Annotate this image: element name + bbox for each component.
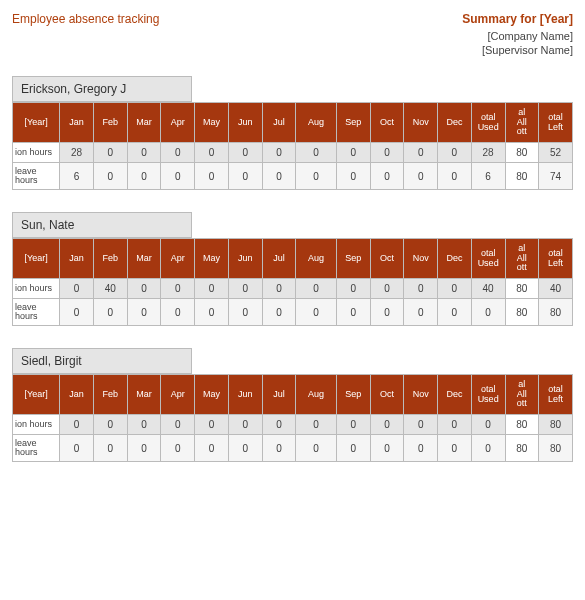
month-cell: 0: [93, 299, 127, 326]
month-cell: 0: [438, 163, 472, 190]
month-cell: 0: [262, 415, 296, 435]
month-cell: 0: [404, 435, 438, 462]
month-cell: 0: [336, 143, 370, 163]
month-cell: 0: [438, 415, 472, 435]
total-left: 52: [539, 143, 573, 163]
col-month: Nov: [404, 239, 438, 279]
month-cell: 0: [262, 279, 296, 299]
col-total: otalLeft: [539, 375, 573, 415]
col-month: Jan: [60, 375, 94, 415]
col-month: Jul: [262, 239, 296, 279]
table-row: ion hours00000000000008080: [13, 415, 573, 435]
month-cell: 0: [404, 143, 438, 163]
employee-block: Sun, Nate[Year]JanFebMarAprMayJunJulAugS…: [12, 212, 573, 326]
month-cell: 0: [262, 163, 296, 190]
col-month: Aug: [296, 103, 336, 143]
col-month: Sep: [336, 103, 370, 143]
col-month: Aug: [296, 375, 336, 415]
month-cell: 0: [404, 415, 438, 435]
month-cell: 0: [195, 143, 229, 163]
row-label: leave hours: [13, 299, 60, 326]
month-cell: 0: [438, 299, 472, 326]
absence-table: [Year]JanFebMarAprMayJunJulAugSepOctNovD…: [12, 102, 573, 190]
col-month: Oct: [370, 239, 404, 279]
month-cell: 0: [438, 279, 472, 299]
row-label: ion hours: [13, 279, 60, 299]
employees-container: Erickson, Gregory J[Year]JanFebMarAprMay…: [12, 76, 573, 462]
month-cell: 0: [195, 299, 229, 326]
month-cell: 0: [60, 435, 94, 462]
total-used: 6: [471, 163, 505, 190]
month-cell: 0: [262, 299, 296, 326]
header-right: Summary for [Year] [Company Name] [Super…: [462, 12, 573, 58]
col-month: Nov: [404, 375, 438, 415]
month-cell: 0: [404, 279, 438, 299]
month-cell: 0: [161, 279, 195, 299]
month-cell: 0: [296, 279, 336, 299]
month-cell: 0: [228, 279, 262, 299]
month-cell: 0: [60, 415, 94, 435]
month-cell: 0: [228, 415, 262, 435]
month-cell: 0: [296, 163, 336, 190]
month-cell: 0: [93, 435, 127, 462]
col-month: Dec: [438, 103, 472, 143]
row-label: leave hours: [13, 435, 60, 462]
total-allott: 80: [505, 435, 539, 462]
page-title: Employee absence tracking: [12, 12, 159, 58]
col-month: Sep: [336, 375, 370, 415]
month-cell: 0: [195, 279, 229, 299]
total-left: 80: [539, 415, 573, 435]
total-allott: 80: [505, 415, 539, 435]
col-month: Apr: [161, 239, 195, 279]
month-cell: 0: [228, 435, 262, 462]
total-used: 40: [471, 279, 505, 299]
col-year: [Year]: [13, 239, 60, 279]
absence-table: [Year]JanFebMarAprMayJunJulAugSepOctNovD…: [12, 238, 573, 326]
month-cell: 0: [60, 279, 94, 299]
month-cell: 0: [127, 279, 161, 299]
total-used: 0: [471, 435, 505, 462]
month-cell: 0: [228, 299, 262, 326]
col-month: Aug: [296, 239, 336, 279]
company-name: [Company Name]: [462, 30, 573, 42]
col-total: alAllott: [505, 375, 539, 415]
month-cell: 0: [127, 435, 161, 462]
month-cell: 0: [93, 163, 127, 190]
month-cell: 0: [370, 279, 404, 299]
month-cell: 0: [93, 415, 127, 435]
col-year: [Year]: [13, 103, 60, 143]
month-cell: 0: [262, 435, 296, 462]
month-cell: 0: [296, 299, 336, 326]
col-month: Jan: [60, 103, 94, 143]
col-total: otalLeft: [539, 103, 573, 143]
total-used: 28: [471, 143, 505, 163]
col-month: Jun: [228, 103, 262, 143]
month-cell: 6: [60, 163, 94, 190]
total-allott: 80: [505, 143, 539, 163]
month-cell: 0: [127, 299, 161, 326]
total-used: 0: [471, 415, 505, 435]
month-cell: 0: [404, 163, 438, 190]
col-month: May: [195, 103, 229, 143]
col-month: Oct: [370, 103, 404, 143]
month-cell: 0: [296, 143, 336, 163]
month-cell: 0: [195, 415, 229, 435]
month-cell: 0: [370, 143, 404, 163]
table-row: leave hours60000000000068074: [13, 163, 573, 190]
month-cell: 0: [438, 143, 472, 163]
col-month: Mar: [127, 103, 161, 143]
total-left: 80: [539, 435, 573, 462]
total-left: 80: [539, 299, 573, 326]
employee-block: Siedl, Birgit[Year]JanFebMarAprMayJunJul…: [12, 348, 573, 462]
table-row: ion hours0400000000000408040: [13, 279, 573, 299]
col-month: Jul: [262, 103, 296, 143]
summary-title: Summary for [Year]: [462, 12, 573, 26]
col-total: otalLeft: [539, 239, 573, 279]
col-month: Dec: [438, 375, 472, 415]
col-month: Jan: [60, 239, 94, 279]
month-cell: 0: [336, 415, 370, 435]
employee-name: Sun, Nate: [12, 212, 192, 238]
employee-name: Siedl, Birgit: [12, 348, 192, 374]
month-cell: 0: [161, 415, 195, 435]
page-header: Employee absence tracking Summary for [Y…: [12, 12, 573, 58]
